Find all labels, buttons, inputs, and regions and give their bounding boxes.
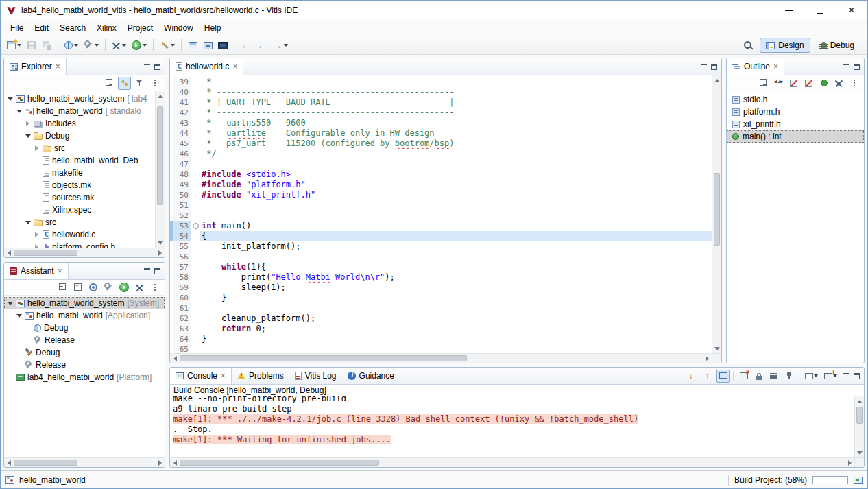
settings-button[interactable] — [86, 281, 99, 294]
code-line-53[interactable]: 53int main() — [170, 221, 712, 231]
tab-vitis-log[interactable]: Vitis Log — [289, 368, 342, 384]
collapse-all-button[interactable] — [103, 77, 116, 90]
save-button[interactable] — [25, 38, 38, 53]
scroll-up-button[interactable] — [156, 91, 165, 101]
expand-all-button[interactable] — [71, 281, 84, 294]
debug-button[interactable] — [110, 38, 128, 53]
explorer-horizontal-scrollbar[interactable] — [4, 248, 165, 257]
scroll-down-button[interactable] — [712, 344, 722, 353]
collapse-arrow-icon[interactable] — [25, 134, 31, 138]
code-line-55[interactable]: 55 init_platform(); — [170, 241, 712, 252]
display-console-button[interactable] — [803, 370, 820, 383]
scroll-down-button[interactable] — [855, 448, 865, 457]
scrollbar[interactable] — [4, 457, 165, 467]
outline-item-xil-printf-h[interactable]: xil_printf.h — [727, 118, 864, 130]
explorer-item-includes[interactable]: Includes — [4, 117, 165, 130]
code-line-62[interactable]: 62 cleanup_platform(); — [170, 313, 712, 324]
menu-item-help[interactable]: Help — [199, 20, 227, 36]
explorer-item-hello-matbi-world-deb[interactable]: hello_matbi_world_Deb — [4, 154, 165, 167]
maximize-view-icon[interactable] — [854, 64, 860, 70]
scrollbar-thumb[interactable] — [14, 460, 77, 466]
explorer-item-src[interactable]: src — [4, 142, 165, 154]
forward-button[interactable] — [270, 38, 290, 53]
explorer-item-makefile[interactable]: makefile — [4, 167, 165, 179]
scrollbar-thumb[interactable] — [14, 250, 77, 256]
minimize-view-icon[interactable] — [144, 268, 150, 274]
scrollbar-thumb[interactable] — [180, 355, 467, 361]
run-button[interactable] — [117, 281, 131, 294]
explorer-item-hello-matbi-world-system[interactable]: hello_matbi_world_system [ lab4 — [4, 93, 165, 105]
collapse-arrow-icon[interactable] — [8, 97, 13, 101]
code-line-43[interactable]: 43 * uartns550 9600 — [170, 118, 712, 128]
perspective-debug-button[interactable]: Debug — [815, 38, 860, 53]
word-wrap-button[interactable] — [767, 370, 780, 383]
code-line-60[interactable]: 60 } — [170, 293, 712, 303]
hide-static-button[interactable] — [802, 77, 815, 90]
assistant-item-release[interactable]: Release — [4, 334, 165, 346]
collapse-all-button[interactable] — [56, 281, 69, 294]
progress-view-icon[interactable] — [854, 477, 863, 484]
code-line-58[interactable]: 58 print("Hello Matbi World\n\r"); — [170, 272, 712, 283]
view-menu-button[interactable] — [148, 281, 161, 294]
run-button[interactable] — [130, 38, 149, 53]
view-menu-button[interactable] — [847, 77, 860, 90]
maximize-view-icon[interactable] — [154, 64, 160, 70]
scroll-right-button[interactable] — [845, 458, 854, 468]
code-line-46[interactable]: 46 */ — [170, 149, 712, 159]
minimize-view-icon[interactable] — [843, 64, 849, 70]
code-line-48[interactable]: 48#include <stdio.h> — [170, 169, 712, 180]
next-marker-button[interactable] — [684, 370, 698, 383]
console-output[interactable]: make --no-print-directory pre-builda9-li… — [170, 396, 854, 457]
tab-guidance[interactable]: Guidance — [342, 368, 400, 384]
tab-console[interactable]: Console — [170, 368, 232, 384]
close-icon[interactable] — [773, 62, 778, 71]
build-config-button[interactable] — [82, 38, 101, 53]
terminal-button[interactable] — [186, 38, 200, 53]
assistant-item-hello-matbi-world-system[interactable]: hello_matbi_world_system [System] — [4, 297, 165, 309]
scrollbar-thumb[interactable] — [157, 106, 163, 205]
filters-button[interactable] — [133, 77, 146, 90]
maximize-view-icon[interactable] — [854, 373, 860, 379]
code-line-50[interactable]: 50#include "xil_printf.h" — [170, 190, 712, 200]
dropdown-caret-icon[interactable] — [814, 374, 818, 377]
close-icon[interactable] — [221, 371, 226, 381]
explorer-vertical-scrollbar[interactable] — [155, 91, 165, 248]
assistant-item-release[interactable]: Release — [4, 359, 165, 371]
expand-arrow-icon[interactable] — [35, 232, 38, 237]
screen-capture-button[interactable] — [216, 38, 230, 53]
scroll-left-button[interactable] — [4, 458, 14, 468]
collapse-arrow-icon[interactable] — [16, 110, 22, 113]
explorer-item-hello-matbi-world[interactable]: hello_matbi_world [ standalo — [4, 105, 165, 117]
view-menu-button[interactable] — [148, 77, 161, 90]
build-button[interactable] — [101, 281, 115, 294]
explorer-item-platform-config-h[interactable]: platform_config.h — [4, 241, 165, 248]
menu-item-window[interactable]: Window — [158, 20, 199, 36]
code-line-49[interactable]: 49#include "platform.h" — [170, 180, 712, 190]
dropdown-caret-icon[interactable] — [143, 44, 147, 47]
code-line-61[interactable]: 61 — [170, 303, 712, 313]
perspective-design-button[interactable]: Design — [760, 38, 810, 53]
collapse-arrow-icon[interactable] — [8, 302, 13, 305]
scrollbar[interactable] — [170, 353, 712, 363]
code-line-44[interactable]: 44 * uartlite Configurable only in HW de… — [170, 128, 712, 139]
scrollbar-track[interactable] — [156, 101, 165, 238]
fold-collapse-icon[interactable] — [193, 223, 199, 229]
scroll-right-button[interactable] — [155, 458, 165, 468]
clear-console-button[interactable] — [737, 370, 750, 383]
scroll-up-button[interactable] — [712, 75, 722, 85]
scrollbar-track[interactable] — [14, 248, 155, 257]
console-vertical-scrollbar[interactable] — [854, 396, 864, 457]
code-line-41[interactable]: 41 * | UART TYPE BAUD RATE | — [170, 97, 712, 108]
scroll-right-button[interactable] — [155, 248, 165, 258]
search-button[interactable] — [741, 38, 756, 53]
scrollbar-track[interactable] — [180, 354, 702, 363]
code-line-52[interactable]: 52 — [170, 211, 712, 221]
expand-arrow-icon[interactable] — [35, 145, 38, 151]
explorer-item-src[interactable]: src — [4, 216, 165, 228]
customize-button[interactable] — [832, 77, 845, 90]
scrollbar[interactable] — [170, 457, 854, 467]
explorer-item-objects-mk[interactable]: objects.mk — [4, 179, 165, 191]
explorer-item-sources-mk[interactable]: sources.mk — [4, 191, 165, 204]
tab-helloworld-c[interactable]: helloworld.c — [170, 58, 243, 75]
outline-item-main-int[interactable]: main() : int — [727, 130, 864, 143]
